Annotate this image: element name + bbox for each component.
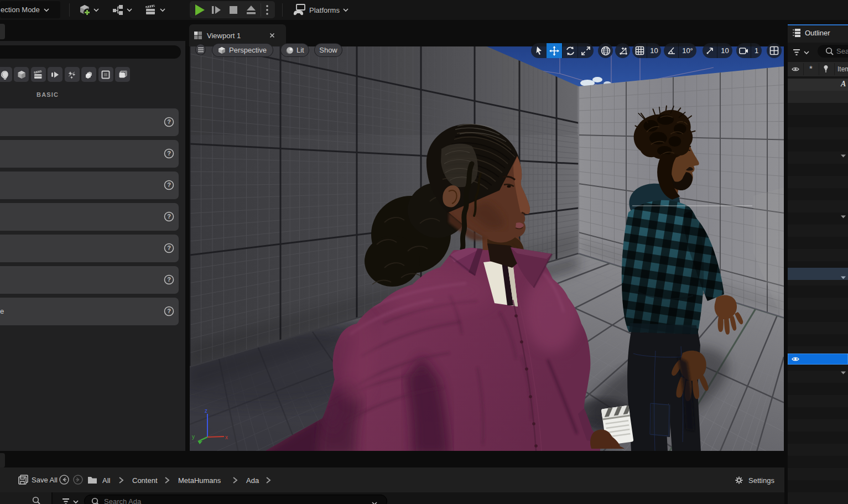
svg-text:?: ?	[167, 213, 171, 220]
svg-text:?: ?	[167, 150, 171, 157]
svg-text:?: ?	[167, 181, 171, 188]
svg-text:*: *	[809, 64, 813, 73]
svg-text:y: y	[192, 434, 195, 440]
svg-text:z: z	[205, 408, 207, 414]
svg-text:?: ?	[167, 276, 171, 283]
svg-text:?: ?	[167, 245, 171, 251]
svg-text:?: ?	[167, 118, 171, 125]
svg-text:x: x	[225, 434, 228, 440]
svg-text:?: ?	[167, 308, 171, 314]
